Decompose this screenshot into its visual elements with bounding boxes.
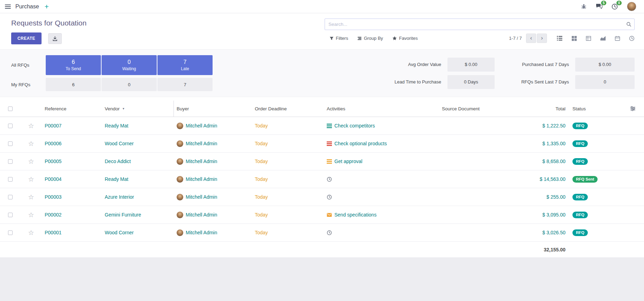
total-cell: $ 3,026.50 <box>524 224 568 241</box>
vendor-cell[interactable]: Wood Corner <box>102 224 174 241</box>
header-activities[interactable]: Activities <box>324 101 439 117</box>
header-total[interactable]: Total <box>524 101 568 117</box>
user-avatar[interactable] <box>627 2 636 11</box>
activity-cell[interactable] <box>324 224 439 241</box>
kanban-view-icon <box>571 36 577 41</box>
debug-bug-icon[interactable] <box>581 3 587 9</box>
search-icon[interactable] <box>626 22 631 27</box>
app-name[interactable]: Purchase <box>15 3 39 10</box>
rfqs-sent-last-7-days[interactable]: 0 <box>575 75 635 89</box>
export-button[interactable] <box>48 33 62 44</box>
row-checkbox[interactable] <box>8 195 13 199</box>
buyer-cell[interactable]: Mitchell Admin <box>174 117 252 134</box>
buyer-cell[interactable]: Mitchell Admin <box>174 153 252 170</box>
header-vendor[interactable]: Vendor ▼ <box>102 101 174 117</box>
avg-order-value[interactable]: $ 0.00 <box>447 58 495 72</box>
table-row[interactable]: ☆ P00007 Ready Mat Mitchell Admin Today … <box>0 117 644 135</box>
waiting-card[interactable]: 0 Waiting <box>102 55 157 75</box>
vendor-cell[interactable]: Ready Mat <box>102 170 174 188</box>
activity-cell[interactable]: Check competitors <box>324 117 439 134</box>
favorite-star-icon[interactable]: ☆ <box>28 123 34 129</box>
buyer-cell[interactable]: Mitchell Admin <box>174 224 252 241</box>
header-reference[interactable]: Reference <box>42 101 102 117</box>
table-row[interactable]: ☆ P00002 Gemini Furniture Mitchell Admin… <box>0 206 644 224</box>
my-to-send-card[interactable]: 6 <box>46 78 101 91</box>
reference-cell[interactable]: P00005 <box>42 153 102 170</box>
list-view-button[interactable] <box>557 35 563 41</box>
table-row[interactable]: ☆ P00004 Ready Mat Mitchell Admin Today … <box>0 170 644 188</box>
my-late-card[interactable]: 7 <box>157 78 213 91</box>
table-row[interactable]: ☆ P00003 Azure Interior Mitchell Admin T… <box>0 188 644 206</box>
vendor-cell[interactable]: Wood Corner <box>102 135 174 152</box>
source-document-cell <box>439 153 524 170</box>
table-row[interactable]: ☆ P00006 Wood Corner Mitchell Admin Toda… <box>0 135 644 153</box>
graph-view-button[interactable] <box>600 35 606 41</box>
row-checkbox[interactable] <box>8 213 13 217</box>
buyer-cell[interactable]: Mitchell Admin <box>174 135 252 152</box>
buyer-avatar <box>177 176 183 183</box>
activity-cell[interactable]: Check optional products <box>324 135 439 152</box>
header-status[interactable]: Status <box>568 101 621 117</box>
vendor-cell[interactable]: Gemini Furniture <box>102 206 174 223</box>
favorite-star-icon[interactable]: ☆ <box>28 212 34 218</box>
activity-cell[interactable] <box>324 170 439 188</box>
vendor-cell[interactable]: Ready Mat <box>102 117 174 134</box>
pivot-view-button[interactable] <box>586 36 591 41</box>
activity-view-icon <box>629 36 635 41</box>
activity-cell[interactable]: Send specifications <box>324 206 439 223</box>
to-send-card[interactable]: 6 To Send <box>46 55 101 75</box>
header-source-document[interactable]: Source Document <box>439 101 524 117</box>
select-all-checkbox[interactable] <box>8 107 13 111</box>
vendor-cell[interactable]: Azure Interior <box>102 188 174 206</box>
favorite-star-icon[interactable]: ☆ <box>28 140 34 147</box>
table-row[interactable]: ☆ P00001 Wood Corner Mitchell Admin Toda… <box>0 224 644 242</box>
late-card[interactable]: 7 Late <box>157 55 213 75</box>
favorite-star-icon[interactable]: ☆ <box>28 158 34 165</box>
activity-view-button[interactable] <box>629 36 635 41</box>
apps-menu-icon[interactable] <box>5 5 11 9</box>
pager-previous-button[interactable]: ‹ <box>526 34 536 43</box>
row-checkbox[interactable] <box>8 124 13 128</box>
favorite-star-icon[interactable]: ☆ <box>28 176 34 183</box>
reference-cell[interactable]: P00001 <box>42 224 102 241</box>
row-checkbox[interactable] <box>8 177 13 182</box>
row-checkbox[interactable] <box>8 230 13 235</box>
vendor-cell[interactable]: Deco Addict <box>102 153 174 170</box>
kanban-view-button[interactable] <box>571 36 577 41</box>
buyer-cell[interactable]: Mitchell Admin <box>174 188 252 206</box>
calendar-view-button[interactable] <box>615 36 620 41</box>
status-badge: RFQ <box>572 123 588 129</box>
create-button[interactable]: CREATE <box>11 32 42 44</box>
lead-time-value[interactable]: 0 Days <box>447 75 495 89</box>
favorite-star-icon[interactable]: ☆ <box>28 229 34 236</box>
activity-cell[interactable] <box>324 188 439 206</box>
messages-icon[interactable]: 5 <box>596 3 602 9</box>
search-input[interactable] <box>325 19 635 30</box>
plus-icon[interactable]: + <box>45 3 49 10</box>
group-by-button[interactable]: Group By <box>357 36 383 41</box>
row-checkbox[interactable] <box>8 141 13 146</box>
sliders-icon <box>630 106 636 111</box>
buyer-cell[interactable]: Mitchell Admin <box>174 170 252 188</box>
table-row[interactable]: ☆ P00005 Deco Addict Mitchell Admin Toda… <box>0 153 644 170</box>
pager-next-button[interactable]: › <box>537 34 547 43</box>
activities-clock-icon[interactable]: 0 <box>612 3 618 10</box>
filters-button[interactable]: Filters <box>330 36 348 41</box>
header-buyer[interactable]: Buyer <box>174 101 252 117</box>
source-document-cell <box>439 135 524 152</box>
activity-cell[interactable]: Get approval <box>324 153 439 170</box>
header-order-deadline[interactable]: Order Deadline <box>252 101 324 117</box>
purchased-last-7-days[interactable]: $ 0.00 <box>575 58 635 72</box>
reference-cell[interactable]: P00007 <box>42 117 102 134</box>
row-checkbox[interactable] <box>8 159 13 164</box>
status-badge: RFQ <box>572 158 588 165</box>
buyer-cell[interactable]: Mitchell Admin <box>174 206 252 223</box>
favorite-star-icon[interactable]: ☆ <box>28 194 34 200</box>
reference-cell[interactable]: P00002 <box>42 206 102 223</box>
reference-cell[interactable]: P00006 <box>42 135 102 152</box>
reference-cell[interactable]: P00003 <box>42 188 102 206</box>
optional-columns-button[interactable] <box>621 101 644 117</box>
my-waiting-card[interactable]: 0 <box>102 78 157 91</box>
reference-cell[interactable]: P00004 <box>42 170 102 188</box>
favorites-button[interactable]: Favorites <box>392 36 417 41</box>
